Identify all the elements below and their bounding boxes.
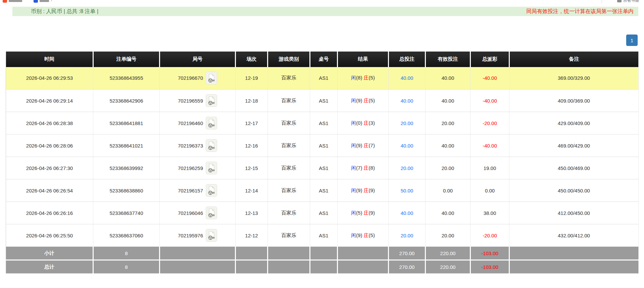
cell-session: 12-19 — [236, 67, 268, 90]
total-valid-bet: 220.00 — [426, 260, 470, 274]
cell-remark: 432.00/412.00 — [509, 224, 639, 247]
cell-payout: -40.00 — [470, 67, 509, 90]
cell-time: 2026-04-26 06:26:16 — [6, 202, 93, 224]
cell-table-number: AS1 — [310, 224, 338, 247]
result-banker-label: 庄 — [364, 98, 369, 103]
cell-bet-number: 523368638860 — [93, 179, 160, 202]
replay-video-button[interactable] — [206, 207, 217, 219]
cell-round-number: 702196460 — [160, 112, 236, 134]
bookmark-item[interactable]: › — [34, 0, 52, 3]
cell-valid-bet: 40.00 — [426, 202, 470, 224]
empty-cell — [310, 247, 338, 260]
round-number-text: 702195976 — [178, 233, 203, 238]
cell-game-type: 百家乐 — [268, 134, 310, 157]
replay-video-button[interactable] — [206, 94, 217, 107]
cell-game-type: 百家乐 — [268, 157, 310, 179]
cell-bet-number: 523368639992 — [93, 157, 160, 179]
cell-table-number: AS1 — [310, 202, 338, 224]
replay-video-button[interactable] — [206, 229, 217, 242]
video-file-icon — [206, 117, 217, 129]
cell-remark: 469.00/429.00 — [509, 134, 639, 157]
cell-payout: -40.00 — [470, 134, 509, 157]
result-player-label: 闲 — [351, 187, 356, 193]
cell-game-type: 百家乐 — [268, 67, 310, 90]
table-row: 2026-04-26 06:29:53 523368643955 7021966… — [6, 67, 639, 90]
cell-game-type: 百家乐 — [268, 112, 310, 134]
table-row: 2026-04-26 06:29:14 523368642906 7021965… — [6, 90, 639, 112]
cell-result: 闲(7) 庄(8) — [338, 157, 389, 179]
replay-video-button[interactable] — [206, 162, 217, 174]
column-header-2: 局号 — [160, 52, 236, 67]
cell-payout: 19.00 — [470, 157, 509, 179]
cell-result: 闲(9) 庄(9) — [338, 179, 389, 202]
video-file-icon — [206, 94, 217, 107]
total-count: 8 — [93, 260, 160, 274]
cell-table-number: AS1 — [310, 134, 338, 157]
cell-game-type: 百家乐 — [268, 179, 310, 202]
cell-remark: 429.00/409.00 — [509, 112, 639, 134]
empty-cell — [160, 247, 236, 260]
cell-valid-bet: 20.00 — [426, 224, 470, 247]
column-header-9: 总派彩 — [470, 52, 509, 67]
grand-total-row: 总计 8 270.00 220.00 -103.00 — [6, 260, 639, 274]
replay-video-button[interactable] — [206, 72, 217, 84]
cell-session: 12-14 — [236, 179, 268, 202]
column-header-8: 有效投注 — [426, 52, 470, 67]
cell-payout: -20.00 — [470, 112, 509, 134]
result-player-score: (7) — [356, 165, 362, 171]
subtotal-payout: -103.00 — [470, 247, 509, 260]
cell-valid-bet: 40.00 — [426, 134, 470, 157]
browser-bookmarks-bar: › 所有书签 — [0, 0, 644, 3]
empty-cell — [338, 260, 389, 274]
empty-cell — [160, 260, 236, 274]
cell-valid-bet: 20.00 — [426, 112, 470, 134]
result-player-label: 闲 — [351, 165, 356, 171]
result-player-label: 闲 — [351, 98, 356, 103]
cell-valid-bet: 40.00 — [426, 67, 470, 90]
cell-table-number: AS1 — [310, 112, 338, 134]
result-banker-label: 庄 — [364, 165, 369, 171]
cell-session: 12-13 — [236, 202, 268, 224]
cell-table-number: AS1 — [310, 67, 338, 90]
result-banker-label: 庄 — [364, 187, 369, 193]
table-row: 2026-04-26 06:26:16 523368637740 7021960… — [6, 202, 639, 224]
summary-bar: 币别 : 人民币 | 总共 :8 注单 | 同局有效投注，统一计算在该局第一张注… — [12, 7, 638, 16]
cell-valid-bet: 0.00 — [426, 179, 470, 202]
bookmark-favicon-icon — [3, 0, 7, 3]
replay-video-button[interactable] — [206, 117, 217, 129]
cell-result: 闲(9) 庄(7) — [338, 134, 389, 157]
page-button-1[interactable]: 1 — [626, 35, 638, 46]
result-banker-score: (7) — [369, 142, 375, 148]
result-player-score: (9) — [356, 98, 362, 103]
cell-result: 闲(5) 庄(9) — [338, 202, 389, 224]
replay-video-button[interactable] — [206, 139, 217, 152]
bookmark-label-clipped — [40, 0, 49, 2]
cell-bet-number: 523368641881 — [93, 112, 160, 134]
cell-table-number: AS1 — [310, 157, 338, 179]
subtotal-row: 小计 8 270.00 220.00 -103.00 — [6, 247, 639, 260]
result-banker-score: (5) — [369, 232, 375, 238]
subtotal-valid-bet: 220.00 — [426, 247, 470, 260]
cell-time: 2026-04-26 06:27:30 — [6, 157, 93, 179]
empty-cell — [268, 247, 310, 260]
cell-result: 闲(9) 庄(5) — [338, 224, 389, 247]
subtotal-total-bet: 270.00 — [389, 247, 426, 260]
cell-total-bet: 20.00 — [389, 224, 426, 247]
bookmark-favicon-icon — [34, 0, 38, 3]
empty-cell — [338, 247, 389, 260]
cell-remark: 450.00/469.00 — [509, 157, 639, 179]
round-number-text: 702196259 — [178, 165, 203, 171]
cell-bet-number: 523368643955 — [93, 67, 160, 90]
round-number-text: 702196670 — [178, 75, 203, 81]
all-bookmarks-button[interactable]: 所有书签 — [617, 0, 639, 3]
cell-payout: -20.00 — [470, 224, 509, 247]
bet-records-table: 时间注单编号局号场次游戏类别桌号结果总投注有效投注总派彩备注 2026-04-2… — [6, 51, 639, 274]
table-row: 2026-04-26 06:27:30 523368639992 7021962… — [6, 157, 639, 179]
cell-result: 闲(8) 庄(5) — [338, 67, 389, 90]
bookmark-item[interactable] — [3, 0, 22, 3]
total-label: 总计 — [6, 260, 93, 274]
result-player-score: (0) — [356, 120, 362, 126]
result-player-score: (8) — [356, 75, 362, 80]
replay-video-button[interactable] — [206, 184, 217, 197]
result-player-label: 闲 — [351, 210, 356, 216]
